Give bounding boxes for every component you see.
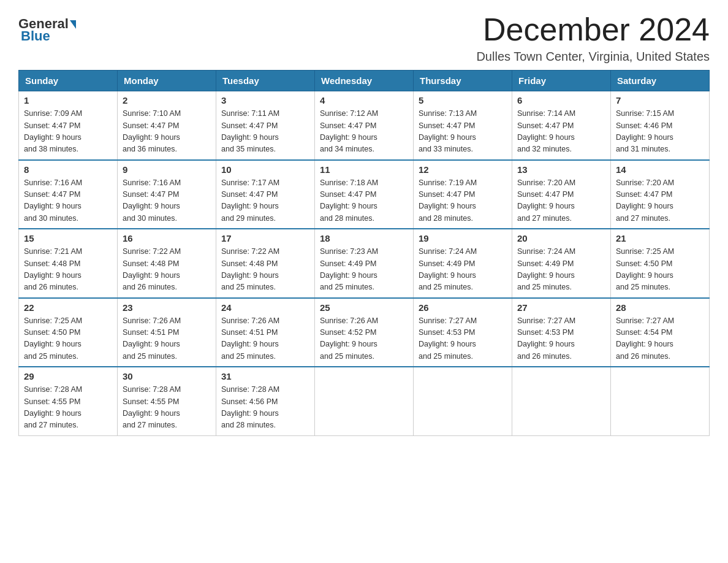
col-header-wednesday: Wednesday xyxy=(315,71,414,91)
day-number: 19 xyxy=(419,233,507,243)
day-number: 24 xyxy=(221,302,309,313)
col-header-thursday: Thursday xyxy=(414,71,512,91)
col-header-monday: Monday xyxy=(118,71,216,91)
day-info: Sunrise: 7:27 AMSunset: 4:54 PMDaylight:… xyxy=(616,315,704,363)
calendar-cell: 3Sunrise: 7:11 AMSunset: 4:47 PMDaylight… xyxy=(216,91,315,160)
calendar-cell xyxy=(315,367,414,435)
calendar-week-row: 15Sunrise: 7:21 AMSunset: 4:48 PMDayligh… xyxy=(19,229,710,298)
col-header-saturday: Saturday xyxy=(611,71,710,91)
calendar-table: SundayMondayTuesdayWednesdayThursdayFrid… xyxy=(18,70,710,436)
col-header-tuesday: Tuesday xyxy=(216,71,315,91)
day-number: 11 xyxy=(320,164,408,175)
day-number: 2 xyxy=(123,95,211,105)
calendar-cell: 30Sunrise: 7:28 AMSunset: 4:55 PMDayligh… xyxy=(118,367,216,435)
day-number: 4 xyxy=(320,95,408,105)
day-info: Sunrise: 7:15 AMSunset: 4:46 PMDaylight:… xyxy=(616,108,704,156)
calendar-cell: 21Sunrise: 7:25 AMSunset: 4:50 PMDayligh… xyxy=(611,229,710,298)
day-info: Sunrise: 7:09 AMSunset: 4:47 PMDaylight:… xyxy=(24,108,112,156)
day-number: 16 xyxy=(123,233,211,243)
calendar-cell: 28Sunrise: 7:27 AMSunset: 4:54 PMDayligh… xyxy=(611,298,710,367)
title-area: December 2024 Dulles Town Center, Virgin… xyxy=(476,12,710,64)
calendar-cell: 4Sunrise: 7:12 AMSunset: 4:47 PMDaylight… xyxy=(315,91,414,160)
calendar-cell: 9Sunrise: 7:16 AMSunset: 4:47 PMDaylight… xyxy=(118,160,216,229)
day-number: 28 xyxy=(616,302,704,313)
calendar-cell: 23Sunrise: 7:26 AMSunset: 4:51 PMDayligh… xyxy=(118,298,216,367)
day-info: Sunrise: 7:16 AMSunset: 4:47 PMDaylight:… xyxy=(24,177,112,225)
day-number: 9 xyxy=(123,164,211,175)
col-header-friday: Friday xyxy=(512,71,611,91)
logo-arrow-icon xyxy=(70,20,76,29)
calendar-header-row: SundayMondayTuesdayWednesdayThursdayFrid… xyxy=(19,71,710,91)
calendar-cell: 8Sunrise: 7:16 AMSunset: 4:47 PMDaylight… xyxy=(19,160,118,229)
day-info: Sunrise: 7:27 AMSunset: 4:53 PMDaylight:… xyxy=(419,315,507,363)
calendar-cell: 29Sunrise: 7:28 AMSunset: 4:55 PMDayligh… xyxy=(19,367,118,435)
calendar-cell: 5Sunrise: 7:13 AMSunset: 4:47 PMDaylight… xyxy=(414,91,512,160)
calendar-cell: 16Sunrise: 7:22 AMSunset: 4:48 PMDayligh… xyxy=(118,229,216,298)
day-number: 15 xyxy=(24,233,112,243)
month-title: December 2024 xyxy=(476,12,710,47)
day-info: Sunrise: 7:25 AMSunset: 4:50 PMDaylight:… xyxy=(616,246,704,294)
day-info: Sunrise: 7:24 AMSunset: 4:49 PMDaylight:… xyxy=(419,246,507,294)
day-number: 5 xyxy=(419,95,507,105)
day-number: 22 xyxy=(24,302,112,313)
day-number: 10 xyxy=(221,164,309,175)
day-info: Sunrise: 7:22 AMSunset: 4:48 PMDaylight:… xyxy=(123,246,211,294)
calendar-cell: 14Sunrise: 7:20 AMSunset: 4:47 PMDayligh… xyxy=(611,160,710,229)
calendar-week-row: 22Sunrise: 7:25 AMSunset: 4:50 PMDayligh… xyxy=(19,298,710,367)
calendar-cell: 2Sunrise: 7:10 AMSunset: 4:47 PMDaylight… xyxy=(118,91,216,160)
day-number: 17 xyxy=(221,233,309,243)
day-number: 30 xyxy=(123,371,211,381)
day-number: 21 xyxy=(616,233,704,243)
day-number: 25 xyxy=(320,302,408,313)
day-info: Sunrise: 7:17 AMSunset: 4:47 PMDaylight:… xyxy=(221,177,309,225)
calendar-cell: 19Sunrise: 7:24 AMSunset: 4:49 PMDayligh… xyxy=(414,229,512,298)
location-title: Dulles Town Center, Virginia, United Sta… xyxy=(476,50,710,64)
calendar-week-row: 8Sunrise: 7:16 AMSunset: 4:47 PMDaylight… xyxy=(19,160,710,229)
calendar-cell: 31Sunrise: 7:28 AMSunset: 4:56 PMDayligh… xyxy=(216,367,315,435)
day-number: 12 xyxy=(419,164,507,175)
calendar-cell: 11Sunrise: 7:18 AMSunset: 4:47 PMDayligh… xyxy=(315,160,414,229)
day-info: Sunrise: 7:20 AMSunset: 4:47 PMDaylight:… xyxy=(517,177,605,225)
calendar-cell: 1Sunrise: 7:09 AMSunset: 4:47 PMDaylight… xyxy=(19,91,118,160)
day-number: 13 xyxy=(517,164,605,175)
day-number: 8 xyxy=(24,164,112,175)
calendar-cell: 20Sunrise: 7:24 AMSunset: 4:49 PMDayligh… xyxy=(512,229,611,298)
calendar-cell xyxy=(611,367,710,435)
day-info: Sunrise: 7:14 AMSunset: 4:47 PMDaylight:… xyxy=(517,108,605,156)
page-header: General Blue December 2024 Dulles Town C… xyxy=(18,12,710,64)
calendar-cell: 13Sunrise: 7:20 AMSunset: 4:47 PMDayligh… xyxy=(512,160,611,229)
day-info: Sunrise: 7:23 AMSunset: 4:49 PMDaylight:… xyxy=(320,246,408,294)
day-info: Sunrise: 7:20 AMSunset: 4:47 PMDaylight:… xyxy=(616,177,704,225)
calendar-cell: 25Sunrise: 7:26 AMSunset: 4:52 PMDayligh… xyxy=(315,298,414,367)
calendar-week-row: 1Sunrise: 7:09 AMSunset: 4:47 PMDaylight… xyxy=(19,91,710,160)
calendar-week-row: 29Sunrise: 7:28 AMSunset: 4:55 PMDayligh… xyxy=(19,367,710,435)
day-number: 20 xyxy=(517,233,605,243)
calendar-cell xyxy=(414,367,512,435)
day-info: Sunrise: 7:10 AMSunset: 4:47 PMDaylight:… xyxy=(123,108,211,156)
day-info: Sunrise: 7:12 AMSunset: 4:47 PMDaylight:… xyxy=(320,108,408,156)
day-info: Sunrise: 7:22 AMSunset: 4:48 PMDaylight:… xyxy=(221,246,309,294)
day-info: Sunrise: 7:13 AMSunset: 4:47 PMDaylight:… xyxy=(419,108,507,156)
calendar-cell: 17Sunrise: 7:22 AMSunset: 4:48 PMDayligh… xyxy=(216,229,315,298)
day-number: 29 xyxy=(24,371,112,381)
day-info: Sunrise: 7:28 AMSunset: 4:55 PMDaylight:… xyxy=(123,384,211,432)
day-info: Sunrise: 7:24 AMSunset: 4:49 PMDaylight:… xyxy=(517,246,605,294)
col-header-sunday: Sunday xyxy=(19,71,118,91)
calendar-cell: 24Sunrise: 7:26 AMSunset: 4:51 PMDayligh… xyxy=(216,298,315,367)
day-number: 1 xyxy=(24,95,112,105)
day-info: Sunrise: 7:11 AMSunset: 4:47 PMDaylight:… xyxy=(221,108,309,156)
day-info: Sunrise: 7:26 AMSunset: 4:51 PMDaylight:… xyxy=(123,315,211,363)
day-info: Sunrise: 7:21 AMSunset: 4:48 PMDaylight:… xyxy=(24,246,112,294)
logo-blue-text: Blue xyxy=(21,28,50,44)
calendar-cell: 10Sunrise: 7:17 AMSunset: 4:47 PMDayligh… xyxy=(216,160,315,229)
day-info: Sunrise: 7:28 AMSunset: 4:55 PMDaylight:… xyxy=(24,384,112,432)
day-info: Sunrise: 7:27 AMSunset: 4:53 PMDaylight:… xyxy=(517,315,605,363)
day-number: 14 xyxy=(616,164,704,175)
calendar-cell: 15Sunrise: 7:21 AMSunset: 4:48 PMDayligh… xyxy=(19,229,118,298)
calendar-cell: 26Sunrise: 7:27 AMSunset: 4:53 PMDayligh… xyxy=(414,298,512,367)
calendar-cell xyxy=(512,367,611,435)
calendar-cell: 18Sunrise: 7:23 AMSunset: 4:49 PMDayligh… xyxy=(315,229,414,298)
logo: General Blue xyxy=(18,12,76,44)
day-number: 23 xyxy=(123,302,211,313)
day-info: Sunrise: 7:18 AMSunset: 4:47 PMDaylight:… xyxy=(320,177,408,225)
